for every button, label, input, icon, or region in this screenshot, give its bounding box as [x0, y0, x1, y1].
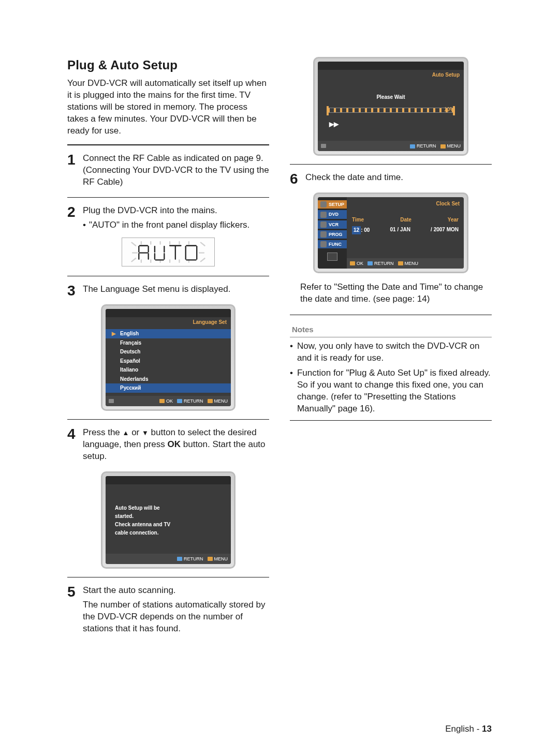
- msg-line: Auto Setup will be: [115, 504, 222, 512]
- language-item[interactable]: Français: [106, 338, 231, 348]
- auto-scan-screen: Auto Setup Please Wait 10% ▶▶ RETURN MEN…: [313, 57, 468, 156]
- tape-icon: [320, 221, 327, 228]
- disc-icon: [320, 212, 327, 218]
- date-value[interactable]: 01 / JAN: [390, 226, 410, 234]
- step-4: 4 Press the ▲ or ▼ button to select the …: [67, 427, 269, 465]
- return-label: RETURN: [374, 261, 394, 266]
- screen-footer: RETURN MENU: [106, 554, 231, 564]
- return-icon: [177, 557, 182, 561]
- ok-bold: OK: [168, 439, 181, 449]
- step-text: The Language Set menu is displayed.: [83, 284, 269, 295]
- pointer-icon: ▶: [112, 330, 117, 337]
- sidebar-item-vcr[interactable]: VCR: [318, 220, 347, 229]
- step-body: Press the ▲ or ▼ button to select the de…: [83, 427, 269, 465]
- svg-line-0: [131, 242, 136, 245]
- return-icon: [367, 261, 373, 265]
- sidebar-label: SETUP: [329, 201, 344, 207]
- language-label: English: [120, 330, 139, 337]
- ok-icon: [159, 399, 165, 403]
- language-item[interactable]: Italiano: [106, 365, 231, 375]
- note-item: Now, you only have to switch the DVD-VCR…: [290, 340, 492, 364]
- step-5: 5 Start the auto scanning. The number of…: [67, 585, 269, 638]
- language-item[interactable]: Español: [106, 357, 231, 366]
- sidebar-label: PROG: [329, 231, 343, 238]
- col-time: Time: [352, 216, 364, 224]
- menu-label: MENU: [214, 556, 228, 561]
- step-body: Plug the DVD-VCR into the mains. "AUTO" …: [83, 205, 269, 231]
- progress-bar: [327, 108, 454, 113]
- sidebar-label: DVD: [329, 211, 339, 217]
- sidebar-item-func[interactable]: FUNC: [318, 240, 347, 248]
- auto-lcd-icon: [126, 240, 210, 264]
- sidebar-item-setup[interactable]: SETUP: [318, 200, 347, 209]
- divider: [290, 164, 492, 165]
- note-text: Function for "Plug & Auto Set Up" is fix…: [297, 367, 492, 415]
- language-label: Deutsch: [120, 348, 140, 355]
- return-label: RETURN: [417, 143, 436, 149]
- note-item: Function for "Plug & Auto Set Up" is fix…: [290, 367, 492, 415]
- step-number: 2: [67, 205, 79, 231]
- step-3: 3 The Language Set menu is displayed.: [67, 284, 269, 298]
- please-wait-label: Please Wait: [327, 94, 454, 101]
- footer-dash: -: [474, 724, 482, 734]
- front-panel-lcd: [122, 238, 215, 266]
- text-fragment: Press the: [83, 427, 123, 437]
- time-value[interactable]: 12: 00: [352, 226, 370, 234]
- nav-pad-icon: [327, 253, 337, 261]
- scan-body: Please Wait 10% ▶▶: [318, 80, 464, 141]
- year-value[interactable]: / 2007 MON: [431, 226, 459, 234]
- return-icon: [410, 144, 415, 149]
- language-label: Español: [120, 358, 140, 365]
- clock-icon: [320, 231, 327, 238]
- language-label: Italiano: [120, 366, 138, 374]
- footer-language: English: [445, 724, 474, 734]
- step-text: Start the auto scanning.: [83, 585, 269, 597]
- clock-main: Clock Set Time Date Year 12: 00 01 / JAN…: [347, 197, 464, 269]
- intro-text: Your DVD-VCR will automatically set itse…: [67, 78, 269, 137]
- right-column: Auto Setup Please Wait 10% ▶▶ RETURN MEN…: [290, 57, 492, 725]
- divider: [67, 419, 269, 420]
- up-triangle-icon: ▲: [123, 429, 129, 437]
- time-hour: 12: [352, 226, 361, 234]
- footer-left-icon: [321, 144, 326, 148]
- menu-icon: [208, 399, 213, 403]
- language-item[interactable]: Deutsch: [106, 347, 231, 357]
- step-1: 1 Connect the RF Cable as indicated on p…: [67, 153, 269, 191]
- step-number: 5: [67, 585, 79, 638]
- notes-list: Now, you only have to switch the DVD-VCR…: [290, 340, 492, 415]
- step-number: 6: [290, 172, 301, 186]
- step-body: The Language Set menu is displayed.: [83, 284, 269, 298]
- divider: [67, 197, 269, 198]
- col-year: Year: [448, 216, 459, 224]
- clock-sidebar: SETUP DVD VCR PROG FUNC: [318, 197, 347, 269]
- notes-divider: [290, 337, 492, 337]
- text-fragment: or: [131, 427, 142, 437]
- language-item[interactable]: Русский: [106, 383, 231, 393]
- step-number: 3: [67, 284, 79, 298]
- sidebar-label: FUNC: [329, 241, 342, 247]
- return-icon: [177, 399, 182, 403]
- language-item-english[interactable]: ▶ English: [106, 329, 231, 338]
- msg-line: started.: [115, 512, 222, 521]
- divider: [290, 315, 492, 315]
- notes-heading: Notes: [292, 324, 492, 335]
- menu-label: MENU: [447, 143, 461, 149]
- menu-icon: [398, 261, 403, 265]
- screen-footer: OK RETURN MENU: [106, 396, 231, 406]
- svg-line-3: [201, 258, 205, 261]
- note-text: Now, you only have to switch the DVD-VCR…: [297, 340, 492, 364]
- step-text: Connect the RF Cable as indicated on pag…: [83, 153, 269, 188]
- step-body: Check the date and time.: [305, 172, 492, 186]
- sidebar-item-prog[interactable]: PROG: [318, 230, 347, 239]
- col-date: Date: [400, 216, 411, 224]
- language-item[interactable]: Nederlands: [106, 375, 231, 384]
- step-2: 2 Plug the DVD-VCR into the mains. "AUTO…: [67, 205, 269, 231]
- step-body: Connect the RF Cable as indicated on pag…: [83, 153, 269, 191]
- language-label: Français: [120, 339, 141, 347]
- step-text: Check the date and time.: [305, 172, 492, 184]
- screen-message: Auto Setup will be started. Check antenn…: [106, 488, 231, 554]
- page-footer: English - 13: [445, 723, 492, 735]
- menu-label: MENU: [214, 398, 228, 404]
- sidebar-item-dvd[interactable]: DVD: [318, 210, 347, 218]
- func-icon: [320, 241, 327, 247]
